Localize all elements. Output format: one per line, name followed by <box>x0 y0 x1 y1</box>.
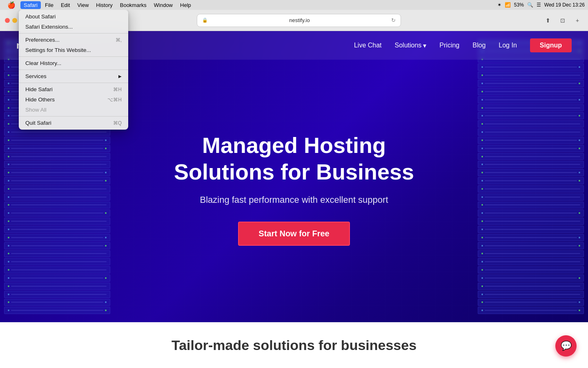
hero-cta-button[interactable]: Start Now for Free <box>238 222 350 246</box>
nav-login[interactable]: Log In <box>499 42 517 49</box>
menubar: 🍎 Safari File Edit View History Bookmark… <box>0 0 588 10</box>
menu-safari-extensions[interactable]: Safari Extensions... <box>19 22 128 32</box>
hide-safari-shortcut: ⌘H <box>113 87 122 92</box>
server-unit <box>478 307 584 314</box>
menubar-edit[interactable]: Edit <box>58 1 73 9</box>
server-unit <box>4 177 110 184</box>
server-unit <box>478 209 584 217</box>
server-unit <box>478 145 584 152</box>
server-unit <box>478 120 584 128</box>
menubar-battery-pct: 53% <box>514 2 524 8</box>
services-arrow-icon: ▶ <box>118 74 122 79</box>
nav-solutions[interactable]: Solutions ▾ <box>395 42 427 49</box>
menubar-bluetooth: ✶ <box>497 2 501 8</box>
server-unit <box>478 266 584 274</box>
server-unit <box>4 283 110 290</box>
site-nav-links: Live Chat Solutions ▾ Pricing Blog Log I… <box>354 38 572 52</box>
menu-hide-safari[interactable]: Hide Safari ⌘H <box>19 84 128 94</box>
menubar-wifi: 📶 <box>505 2 511 8</box>
server-unit <box>478 250 584 258</box>
menu-settings-website[interactable]: Settings for This Website... <box>19 45 128 55</box>
server-unit <box>4 161 110 168</box>
server-unit <box>4 250 110 258</box>
menubar-right: ✶ 📶 53% 🔍 ☰ Wed 19 Dec 13:26 <box>497 2 585 8</box>
server-unit <box>478 185 584 193</box>
minimize-button[interactable] <box>12 18 17 23</box>
server-unit <box>478 112 584 119</box>
below-fold-section: Tailor-made solutions for businesses <box>0 322 588 368</box>
menubar-bookmarks[interactable]: Bookmarks <box>117 1 150 9</box>
menubar-file[interactable]: File <box>42 1 57 9</box>
address-bar[interactable]: 🔒 nestify.io ↻ <box>197 14 401 27</box>
share-button[interactable]: ⬆ <box>542 15 554 26</box>
safari-dropdown-menu: About Safari Safari Extensions... Prefer… <box>19 10 128 130</box>
menu-hide-others[interactable]: Hide Others ⌥⌘H <box>19 94 128 105</box>
server-unit <box>4 274 110 282</box>
server-unit <box>4 169 110 176</box>
server-racks-right <box>474 31 588 322</box>
menubar-window[interactable]: Window <box>151 1 176 9</box>
menu-separator-5 <box>19 116 128 117</box>
nav-pricing[interactable]: Pricing <box>439 42 459 49</box>
server-unit <box>478 137 584 144</box>
menu-clear-history[interactable]: Clear History... <box>19 58 128 68</box>
server-unit <box>4 291 110 298</box>
hero-title: Managed Hosting Solutions for Business <box>151 132 437 185</box>
server-unit <box>4 299 110 306</box>
menubar-safari[interactable]: Safari <box>20 1 41 9</box>
server-unit <box>4 193 110 201</box>
menubar-view[interactable]: View <box>74 1 92 9</box>
server-unit <box>478 80 584 87</box>
server-unit <box>478 193 584 201</box>
server-unit <box>478 226 584 233</box>
menubar-search[interactable]: 🔍 <box>527 2 533 8</box>
menubar-history[interactable]: History <box>93 1 116 9</box>
apple-menu[interactable]: 🍎 <box>3 0 20 10</box>
server-unit <box>4 209 110 217</box>
hero-subtitle: Blazing fast performance with excellent … <box>151 195 437 205</box>
menu-separator-4 <box>19 83 128 83</box>
restore-button[interactable]: ⊡ <box>557 15 568 26</box>
quit-safari-shortcut: ⌘Q <box>113 120 122 126</box>
menubar-help[interactable]: Help <box>177 1 194 9</box>
menu-services[interactable]: Services ▶ <box>19 71 128 81</box>
server-unit <box>478 202 584 209</box>
below-fold-title: Tailor-made solutions for businesses <box>172 337 416 353</box>
hero-content: Managed Hosting Solutions for Business B… <box>143 132 445 246</box>
close-button[interactable] <box>5 18 10 23</box>
server-unit <box>478 177 584 184</box>
server-unit <box>478 161 584 168</box>
server-unit <box>478 96 584 103</box>
solutions-chevron-icon: ▾ <box>423 42 426 49</box>
menu-separator-1 <box>19 33 128 34</box>
menubar-left: 🍎 Safari File Edit View History Bookmark… <box>3 0 194 10</box>
nav-live-chat[interactable]: Live Chat <box>354 42 382 49</box>
hide-others-shortcut: ⌥⌘H <box>107 97 122 103</box>
new-tab-button[interactable]: + <box>572 15 583 26</box>
menu-show-all: Show All <box>19 105 128 115</box>
menu-about-safari[interactable]: About Safari <box>19 11 128 22</box>
server-unit <box>478 128 584 136</box>
safari-actions: ⬆ ⊡ + <box>542 15 583 26</box>
chat-icon: 💬 <box>561 341 572 351</box>
server-unit <box>4 202 110 209</box>
reload-button[interactable]: ↻ <box>391 17 396 23</box>
menu-quit-safari[interactable]: Quit Safari ⌘Q <box>19 118 128 128</box>
menu-separator-3 <box>19 70 128 70</box>
server-unit <box>478 88 584 95</box>
menubar-datetime: Wed 19 Dec 13:26 <box>544 2 585 8</box>
server-unit <box>4 226 110 233</box>
chat-button[interactable]: 💬 <box>555 335 577 357</box>
menubar-control-center[interactable]: ☰ <box>537 2 541 8</box>
server-unit <box>478 274 584 282</box>
nav-signup-button[interactable]: Signup <box>530 38 572 52</box>
server-unit <box>4 153 110 160</box>
server-unit <box>478 242 584 249</box>
menu-preferences[interactable]: Preferences... ⌘, <box>19 35 128 45</box>
nav-blog[interactable]: Blog <box>472 42 486 49</box>
menu-separator-2 <box>19 56 128 57</box>
server-unit <box>4 307 110 314</box>
server-unit <box>478 283 584 290</box>
preferences-shortcut: ⌘, <box>116 37 122 43</box>
server-unit <box>478 153 584 160</box>
